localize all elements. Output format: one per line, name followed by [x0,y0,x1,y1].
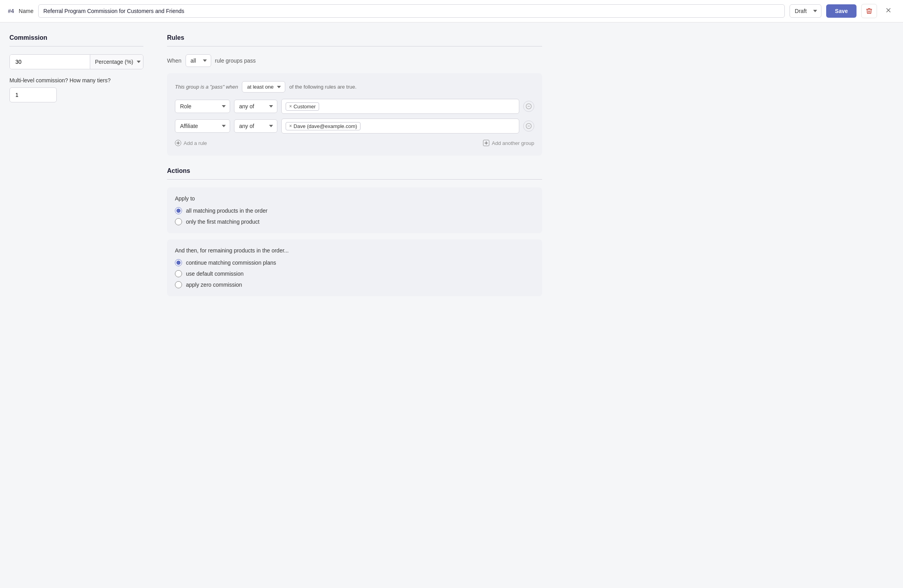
radio-row-continue: continue matching commission plans [175,259,534,266]
save-button[interactable]: Save [826,4,857,18]
radio-row-first-product: only the first matching product [175,218,534,225]
rules-panel: Rules When all any rule groups pass This… [159,34,542,302]
commission-title: Commission [9,34,143,41]
group-pass-row: This group is a "pass" when at least one… [175,81,534,93]
name-label: Name [19,8,33,14]
tag-dave: × Dave (dave@example.com) [286,122,360,130]
rule-operator-select-2[interactable]: any of all of none of [234,119,277,133]
tag-remove-dave[interactable]: × [289,124,292,128]
group-pass-prefix: This group is a "pass" when [175,84,238,90]
rules-title: Rules [167,34,542,41]
radio-row-all-products: all matching products in the order [175,207,534,214]
table-row: Role Affiliate Email Name any of all of … [175,99,534,114]
rules-divider [167,46,542,46]
radio-row-zero: apply zero commission [175,281,534,288]
radio-label-first-product: only the first matching product [186,219,260,225]
plus-circle-icon [175,140,181,146]
tag-remove-customer[interactable]: × [289,104,292,109]
radio-label-continue: continue matching commission plans [186,260,276,266]
when-suffix: rule groups pass [215,58,256,64]
tag-label-dave: Dave (dave@example.com) [294,123,357,129]
radio-first-product[interactable] [175,218,182,225]
radio-continue[interactable] [175,259,182,266]
commission-name-input[interactable] [38,4,785,18]
remaining-products-title: And then, for remaining products in the … [175,247,534,254]
radio-default[interactable] [175,270,182,277]
page-header: #4 Name Draft Active Save [0,0,903,22]
add-rule-button[interactable]: Add a rule [175,138,207,148]
tag-customer: × Customer [286,102,319,111]
rule-group-footer: Add a rule Add another group [175,138,534,148]
commission-divider [9,46,143,46]
close-icon [885,7,892,14]
radio-label-all-products: all matching products in the order [186,208,268,214]
radio-label-default: use default commission [186,271,243,277]
minus-circle-icon [526,123,532,129]
tiers-input[interactable] [9,87,57,102]
apply-to-box: Apply to all matching products in the or… [167,187,542,233]
group-pass-suffix: of the following rules are true. [289,84,357,90]
remaining-products-box: And then, for remaining products in the … [167,239,542,296]
radio-all-products[interactable] [175,207,182,214]
record-id: #4 [8,8,14,14]
minus-circle-icon [526,103,532,109]
when-label: When [167,58,182,64]
commission-type-select[interactable]: Percentage (%) Fixed Amount [90,55,143,69]
commission-input-row: Percentage (%) Fixed Amount [9,54,143,69]
apply-to-title: Apply to [175,195,534,202]
radio-zero[interactable] [175,281,182,288]
main-content: Commission Percentage (%) Fixed Amount M… [0,22,552,314]
add-rule-label: Add a rule [184,140,207,146]
rule-value-container-1[interactable]: × Customer [281,99,519,114]
rule-field-select-2[interactable]: Role Affiliate Email Name [175,119,230,133]
add-group-button[interactable]: Add another group [483,138,534,148]
add-group-label: Add another group [492,140,534,146]
rule-remove-button-2[interactable] [523,121,534,132]
radio-row-default: use default commission [175,270,534,277]
plus-box-icon [483,140,489,146]
status-select[interactable]: Draft Active [790,4,821,18]
commission-value-input[interactable] [10,55,90,69]
when-select[interactable]: all any [186,54,211,67]
actions-title: Actions [167,167,542,174]
radio-label-zero: apply zero commission [186,282,242,288]
rule-group-box: This group is a "pass" when at least one… [167,73,542,156]
rule-remove-button-1[interactable] [523,101,534,112]
delete-button[interactable] [861,4,877,18]
actions-section: Actions Apply to all matching products i… [167,167,542,296]
close-button[interactable] [882,5,895,17]
commission-panel: Commission Percentage (%) Fixed Amount M… [9,34,159,302]
tag-label-customer: Customer [294,104,316,109]
actions-divider [167,179,542,180]
group-pass-select[interactable]: at least one all none [242,81,285,93]
rule-value-container-2[interactable]: × Dave (dave@example.com) [281,119,519,134]
trash-icon [866,7,873,15]
tiers-label: Multi-level commission? How many tiers? [9,77,143,83]
when-row: When all any rule groups pass [167,54,542,67]
rule-operator-select-1[interactable]: any of all of none of [234,100,277,113]
rule-field-select-1[interactable]: Role Affiliate Email Name [175,100,230,113]
table-row: Role Affiliate Email Name any of all of … [175,119,534,134]
